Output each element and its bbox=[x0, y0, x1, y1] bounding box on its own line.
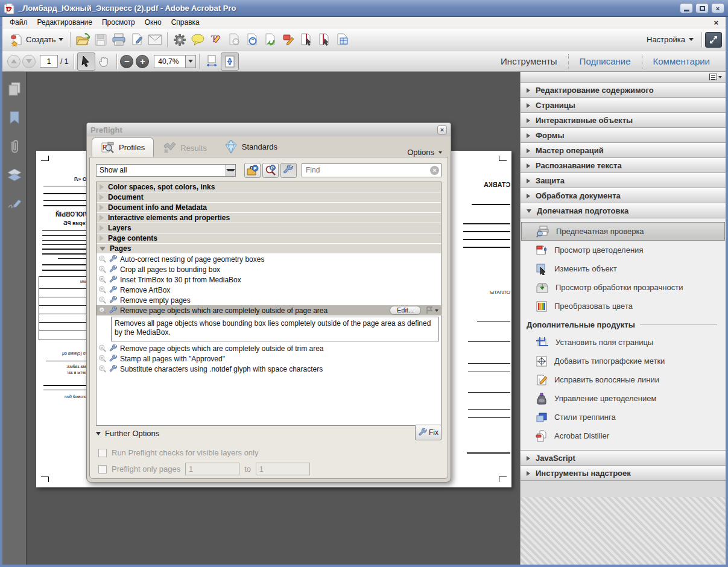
preflight-dialog-titlebar[interactable]: Preflight × bbox=[87, 123, 451, 136]
close-button[interactable]: × bbox=[711, 3, 724, 13]
category-document[interactable]: Document bbox=[97, 192, 441, 203]
delete-pages-button[interactable] bbox=[225, 31, 243, 49]
fix-button[interactable]: Fix bbox=[415, 425, 442, 440]
zoom-in-button[interactable]: + bbox=[136, 55, 149, 68]
tab-results[interactable]: Results bbox=[154, 139, 215, 157]
comment-pane-tab[interactable]: Комментарии bbox=[642, 51, 721, 71]
save-button[interactable] bbox=[92, 31, 110, 49]
close-document-icon[interactable]: × bbox=[714, 18, 723, 27]
visible-layers-checkbox[interactable] bbox=[98, 449, 107, 457]
sign-button[interactable] bbox=[128, 31, 146, 49]
category-doc-info[interactable]: Document info and Metadata bbox=[97, 203, 441, 213]
fixup-row[interactable]: P Remove ArtBox bbox=[97, 285, 441, 295]
bookmarks-icon[interactable] bbox=[6, 109, 23, 126]
fix-hairlines-item[interactable]: Исправить волосяные линии bbox=[521, 370, 725, 389]
email-button[interactable] bbox=[146, 31, 164, 49]
fullscreen-button[interactable] bbox=[705, 32, 722, 48]
section-javascript[interactable]: JavaScript bbox=[521, 451, 726, 466]
category-color-spaces[interactable]: Color spaces, spot colors, inks bbox=[97, 182, 441, 192]
add-printer-marks-item[interactable]: Добавить типографские метки bbox=[521, 352, 725, 370]
find-clear-icon[interactable]: × bbox=[430, 166, 439, 175]
fixup-row[interactable]: P Remove page objects which are complete… bbox=[97, 343, 441, 353]
edit-document-button[interactable] bbox=[279, 31, 297, 49]
next-page-button[interactable] bbox=[22, 55, 36, 68]
select-fixups-button[interactable] bbox=[280, 163, 297, 178]
restore-button[interactable] bbox=[695, 3, 709, 13]
preflight-close-button[interactable]: × bbox=[437, 125, 447, 135]
previous-page-button[interactable] bbox=[7, 55, 21, 68]
forms-grid-button[interactable] bbox=[334, 31, 352, 49]
section-forms[interactable]: Формы bbox=[521, 128, 726, 143]
edit-fixup-button[interactable]: Edit... bbox=[390, 306, 421, 315]
find-previous-button[interactable] bbox=[243, 31, 261, 49]
fixup-row[interactable]: P Substitute characters using .notdef gl… bbox=[97, 364, 441, 374]
menu-window[interactable]: Окно bbox=[140, 17, 166, 27]
panel-menu-icon[interactable] bbox=[709, 74, 717, 80]
page-number-input[interactable] bbox=[40, 55, 58, 68]
comment-button[interactable] bbox=[189, 31, 207, 49]
select-profiles-button[interactable]: P bbox=[244, 163, 261, 178]
panel-menu-dropdown-icon[interactable] bbox=[718, 76, 722, 78]
fit-page-button[interactable] bbox=[221, 52, 239, 71]
section-interactive-objects[interactable]: Интерактивные объекты bbox=[521, 113, 726, 128]
open-file-button[interactable] bbox=[74, 31, 92, 49]
zoom-out-button[interactable]: − bbox=[120, 55, 133, 68]
page-to-input[interactable] bbox=[256, 463, 310, 475]
preflight-item[interactable]: Предпечатная проверка bbox=[521, 222, 725, 241]
section-pages[interactable]: Страницы bbox=[521, 98, 726, 113]
crop-pages-button[interactable] bbox=[297, 31, 315, 49]
favorite-flag-icon[interactable] bbox=[426, 306, 433, 314]
fixup-row[interactable]: P Crop all pages to bounding box bbox=[97, 264, 441, 274]
flattener-preview-item[interactable]: Просмотр обработки прозрачности bbox=[521, 278, 725, 297]
signatures-icon[interactable] bbox=[6, 196, 23, 213]
zoom-level-control[interactable]: 40,7% bbox=[154, 55, 196, 68]
category-page-contents[interactable]: Page contents bbox=[97, 233, 441, 244]
find-input[interactable] bbox=[302, 163, 442, 177]
section-content-editing[interactable]: Редактирование содержимого bbox=[521, 83, 726, 98]
edit-object-item[interactable]: Изменить объект bbox=[521, 259, 725, 278]
zoom-dropdown-icon[interactable] bbox=[185, 55, 196, 68]
menu-edit[interactable]: Редактирование bbox=[33, 17, 97, 27]
further-options-toggle[interactable]: Further Options bbox=[96, 429, 442, 438]
menu-view[interactable]: Просмотр bbox=[97, 17, 140, 27]
scrolling-mode-button[interactable] bbox=[203, 52, 221, 71]
set-page-boxes-item[interactable]: Установить поля страницы bbox=[521, 333, 725, 352]
section-action-wizard[interactable]: Мастер операций bbox=[521, 143, 726, 158]
fixup-row[interactable]: P Auto-correct nesting of page geometry … bbox=[97, 254, 441, 264]
sign-pane-tab[interactable]: Подписание bbox=[569, 51, 642, 71]
section-document-processing[interactable]: Обработка документа bbox=[521, 188, 726, 203]
print-button[interactable] bbox=[110, 31, 128, 49]
flag-dropdown-icon[interactable] bbox=[435, 309, 438, 312]
select-tool-button[interactable] bbox=[77, 52, 95, 71]
settings-dropdown[interactable]: Настройка bbox=[642, 35, 698, 44]
fixup-row[interactable]: P Stamp all pages with "Approved" bbox=[97, 353, 441, 364]
tab-standards[interactable]: Standards bbox=[215, 136, 286, 157]
category-pages[interactable]: Pages bbox=[97, 244, 441, 254]
page-from-input[interactable] bbox=[185, 463, 239, 475]
section-text-recognition[interactable]: Распознавание текста bbox=[521, 158, 726, 173]
extract-pages-button[interactable] bbox=[315, 31, 334, 49]
fixup-row[interactable]: P Inset TrimBox to 30 pt from MediaBox bbox=[97, 274, 441, 285]
section-protection[interactable]: Защита bbox=[521, 173, 726, 188]
convert-colors-item[interactable]: Преобразовать цвета bbox=[521, 297, 725, 315]
minimize-button[interactable] bbox=[680, 3, 693, 13]
trap-presets-item[interactable]: Стили треппинга bbox=[521, 408, 725, 426]
highlight-text-button[interactable]: T bbox=[207, 31, 225, 49]
section-plugin-tools[interactable]: Инструменты надстроек bbox=[521, 466, 726, 481]
menu-help[interactable]: Справка bbox=[166, 17, 204, 27]
fixup-row-selected[interactable]: P Remove page objects which are complete… bbox=[97, 305, 441, 315]
attachments-icon[interactable] bbox=[6, 138, 23, 155]
page-thumbnails-icon[interactable] bbox=[6, 80, 23, 97]
preferences-gear-icon[interactable] bbox=[171, 31, 189, 49]
tools-pane-tab[interactable]: Инструменты bbox=[490, 51, 568, 71]
options-dropdown[interactable]: Options bbox=[407, 148, 451, 157]
acrobat-distiller-item[interactable]: Acrobat Distiller bbox=[521, 426, 725, 445]
menu-file[interactable]: Файл bbox=[5, 17, 33, 27]
ink-manager-item[interactable]: Управление цветоделением bbox=[521, 389, 725, 408]
tab-profiles[interactable]: P Profiles bbox=[92, 138, 154, 157]
page-range-checkbox[interactable] bbox=[98, 465, 107, 474]
section-print-production[interactable]: Допечатная подготовка bbox=[521, 203, 726, 218]
show-filter-select[interactable]: Show all bbox=[96, 164, 236, 177]
output-preview-item[interactable]: Просмотр цветоделения bbox=[521, 241, 725, 259]
category-interactive[interactable]: Interactive elements and properties bbox=[97, 213, 441, 223]
